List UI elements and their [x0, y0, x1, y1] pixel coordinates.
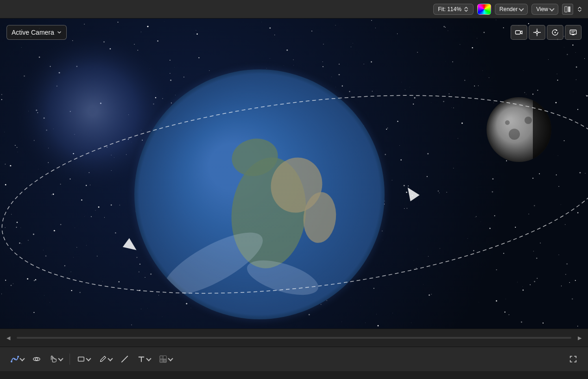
expand-button[interactable]	[566, 352, 581, 367]
render-menu-button[interactable]: Render	[495, 4, 528, 15]
panel-chevron-icon	[577, 6, 582, 12]
display-settings-button[interactable]	[565, 25, 582, 40]
svg-point-3	[536, 31, 538, 34]
scrubber-bar: ◀ ▶	[0, 329, 588, 347]
pan-chevron-icon	[58, 356, 63, 361]
svg-rect-5	[570, 30, 576, 34]
panel-icon	[564, 6, 571, 12]
color-chevron-icon	[168, 356, 173, 361]
text-icon	[137, 355, 145, 363]
curve-chevron-icon	[19, 356, 25, 361]
svg-point-8	[17, 356, 19, 358]
scrubber-end-mark[interactable]: ▶	[575, 335, 584, 341]
bottom-toolbar	[0, 347, 588, 371]
view-label: View	[536, 6, 548, 12]
toolbar-separator-1	[70, 354, 70, 365]
scrubber-track[interactable]	[17, 337, 571, 339]
pen-chevron-icon	[107, 356, 113, 361]
rotate-icon	[551, 28, 559, 37]
svg-point-4	[555, 32, 556, 33]
hand-icon	[49, 355, 57, 363]
camera-label: Active Camera	[12, 29, 54, 36]
scene-canvas	[0, 19, 588, 329]
svg-rect-14	[163, 356, 166, 359]
orbit-tool-button[interactable]	[29, 352, 44, 367]
top-bar: Fit: 114% Render View	[0, 0, 588, 19]
chevron-updown-icon	[463, 6, 469, 12]
line-tool-button[interactable]	[117, 352, 132, 367]
orbit-icon	[32, 355, 41, 363]
curve-tool-button[interactable]	[7, 352, 27, 367]
svg-point-10	[35, 358, 38, 360]
svg-point-6	[11, 361, 13, 363]
fit-zoom-button[interactable]: Fit: 114%	[433, 4, 474, 15]
text-chevron-icon	[146, 356, 151, 361]
svg-point-12	[101, 361, 101, 362]
camera-icon	[515, 28, 523, 37]
svg-rect-15	[160, 359, 163, 362]
viewport-controls	[511, 25, 582, 40]
camera-chevron-icon	[57, 30, 62, 35]
svg-rect-16	[163, 359, 166, 362]
svg-rect-13	[160, 356, 163, 359]
svg-point-7	[14, 358, 16, 360]
curve-icon	[11, 355, 19, 363]
render-label: Render	[499, 6, 518, 12]
svg-rect-1	[568, 6, 570, 12]
view-chevron-icon	[549, 6, 554, 11]
rectangle-tool-button[interactable]	[74, 352, 94, 367]
render-chevron-icon	[519, 6, 524, 11]
panel-toggle-button[interactable]	[562, 4, 573, 15]
viewport[interactable]: Active Camera	[0, 19, 588, 329]
line-icon	[120, 355, 129, 363]
color-swatch-icon	[159, 355, 167, 363]
scrubber-start-mark[interactable]: ◀	[4, 335, 13, 341]
text-tool-button[interactable]	[134, 352, 154, 367]
color-wheel-button[interactable]	[477, 4, 491, 15]
rect-chevron-icon	[86, 356, 91, 361]
expand-icon	[569, 355, 577, 363]
display-settings-icon	[569, 28, 577, 37]
color-swatch-button[interactable]	[156, 352, 176, 367]
svg-rect-11	[78, 357, 84, 361]
pen-tool-button[interactable]	[95, 352, 115, 367]
pan-tool-button[interactable]	[46, 352, 66, 367]
svg-rect-0	[565, 6, 567, 12]
view-menu-button[interactable]: View	[531, 4, 558, 15]
svg-rect-2	[516, 31, 521, 34]
pen-icon	[99, 355, 107, 363]
camera-dropdown[interactable]: Active Camera	[6, 25, 67, 40]
fit-zoom-label: Fit: 114%	[438, 6, 462, 12]
move-icon	[533, 28, 541, 37]
camera-view-button[interactable]	[511, 25, 527, 40]
move-view-button[interactable]	[529, 25, 545, 40]
rotate-view-button[interactable]	[547, 25, 563, 40]
rect-icon	[77, 355, 85, 363]
